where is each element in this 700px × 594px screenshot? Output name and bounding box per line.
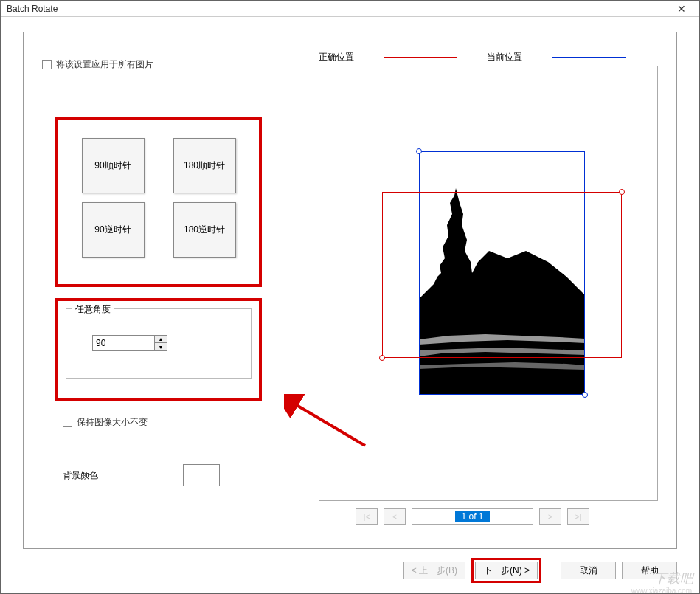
legend-correct: 正确位置 (319, 51, 457, 63)
prev-step-button[interactable]: < 上一步(B) (403, 562, 465, 579)
bgcolor-swatch[interactable] (183, 464, 220, 486)
nav-last-button[interactable]: >| (567, 508, 589, 525)
blue-handle-br[interactable] (582, 392, 588, 398)
watermark-text: 下载吧 (654, 570, 693, 587)
nav-row: |< < 1 of 1 > >| (356, 508, 589, 525)
bottom-buttons: < 上一步(B) 下一步(N) > 取消 帮助 (403, 558, 677, 583)
apply-all-checkbox[interactable] (42, 60, 52, 69)
rotate-90-cw-button[interactable]: 90顺时针 (82, 138, 145, 193)
legend-correct-label: 正确位置 (319, 51, 354, 63)
rotation-row-1: 90顺时针 180顺时针 (67, 138, 250, 193)
nav-next-button[interactable]: > (539, 508, 561, 525)
red-handle-bl[interactable] (379, 355, 385, 361)
watermark-sub: www.xiazaiba.com (631, 587, 692, 594)
rotate-180-ccw-button[interactable]: 180逆时针 (173, 202, 236, 258)
dialog-content: 将该设置应用于所有图片 90顺时针 180顺时针 90逆时针 180逆时针 任意… (23, 32, 677, 549)
window-title: Batch Rotate (7, 4, 58, 14)
keep-size-label: 保持图像大小不变 (77, 416, 148, 429)
preview-area (319, 66, 658, 501)
next-step-highlight: 下一步(N) > (471, 558, 541, 583)
rotate-180-cw-button[interactable]: 180顺时针 (173, 138, 236, 193)
preview-canvas[interactable] (319, 66, 657, 500)
red-handle-tr[interactable] (619, 189, 625, 195)
keep-size-checkbox[interactable] (63, 418, 72, 427)
close-button[interactable]: ✕ (667, 1, 696, 16)
keep-size-row: 保持图像大小不变 (63, 416, 148, 429)
window: Batch Rotate ✕ 将该设置应用于所有图片 90顺时针 180顺时针 … (0, 0, 700, 594)
angle-spin-down[interactable]: ▼ (155, 343, 167, 350)
rotate-90-ccw-button[interactable]: 90逆时针 (82, 202, 145, 258)
close-icon: ✕ (677, 3, 686, 15)
titlebar: Batch Rotate ✕ (1, 1, 699, 17)
left-panel: 将该设置应用于所有图片 (42, 58, 285, 77)
angle-group-title: 任意角度 (72, 303, 114, 316)
arbitrary-angle-group: 任意角度 ▲ ▼ (55, 298, 262, 401)
legend-current-line (552, 57, 626, 58)
next-step-button[interactable]: 下一步(N) > (475, 562, 538, 579)
nav-first-button[interactable]: |< (356, 508, 378, 525)
correct-position-rect (382, 192, 622, 358)
rotation-buttons-group: 90顺时针 180顺时针 90逆时针 180逆时针 (55, 117, 262, 287)
pager-display: 1 of 1 (412, 508, 533, 525)
rotation-row-2: 90逆时针 180逆时针 (67, 202, 250, 258)
legend-row: 正确位置 当前位置 (319, 51, 626, 63)
legend-correct-line (384, 57, 457, 58)
blue-handle-tl[interactable] (416, 148, 422, 154)
cancel-button[interactable]: 取消 (561, 562, 616, 579)
angle-groupbox: 任意角度 ▲ ▼ (66, 308, 252, 379)
apply-all-label: 将该设置应用于所有图片 (56, 58, 153, 71)
legend-current-label: 当前位置 (487, 51, 522, 63)
bgcolor-label: 背景颜色 (63, 469, 98, 482)
nav-prev-button[interactable]: < (384, 508, 406, 525)
angle-input[interactable] (92, 335, 155, 351)
angle-spinbox: ▲ ▼ (92, 335, 243, 351)
angle-spin-up[interactable]: ▲ (155, 336, 167, 343)
pager-text: 1 of 1 (455, 511, 489, 522)
bgcolor-row: 背景颜色 (63, 464, 220, 486)
legend-current: 当前位置 (487, 51, 626, 63)
apply-all-row: 将该设置应用于所有图片 (42, 58, 285, 71)
angle-spin-buttons: ▲ ▼ (155, 335, 167, 351)
